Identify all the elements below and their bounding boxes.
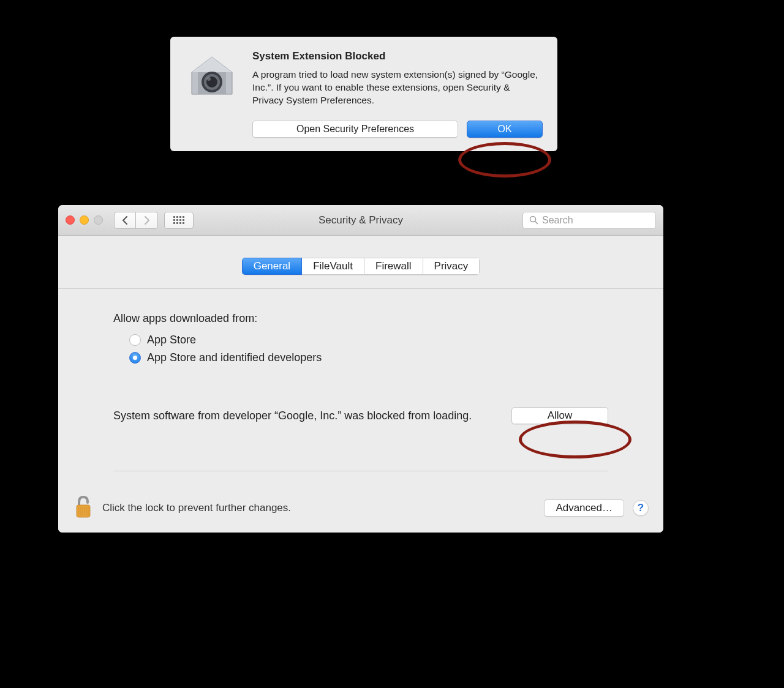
radio-app-store[interactable]: App Store xyxy=(129,334,608,346)
svg-point-6 xyxy=(207,77,211,81)
search-input[interactable]: Search xyxy=(522,212,656,229)
ok-button-label: OK xyxy=(497,124,511,135)
svg-line-8 xyxy=(535,222,538,224)
window-title: Security & Privacy xyxy=(318,214,403,226)
close-window-button[interactable] xyxy=(66,215,75,225)
allow-apps-label: Allow apps downloaded from: xyxy=(113,312,608,325)
alert-title: System Extension Blocked xyxy=(252,50,543,62)
blocked-software-text: System software from developer “Google, … xyxy=(113,408,497,423)
tab-filevault[interactable]: FileVault xyxy=(302,258,364,275)
zoom-window-button[interactable] xyxy=(94,215,103,225)
radio-icon-checked xyxy=(129,352,141,364)
svg-marker-1 xyxy=(192,57,232,72)
tab-bar: General FileVault Firewall Privacy xyxy=(242,258,480,275)
radio-identified-label: App Store and identified developers xyxy=(147,351,322,364)
search-icon xyxy=(529,215,538,225)
advanced-button[interactable]: Advanced… xyxy=(544,499,624,517)
search-placeholder: Search xyxy=(542,215,573,226)
help-icon: ? xyxy=(638,502,644,514)
lock-hint-text: Click the lock to prevent further change… xyxy=(102,502,291,514)
allow-button-label: Allow xyxy=(548,409,573,422)
open-security-preferences-label: Open Security Preferences xyxy=(296,124,414,135)
svg-rect-9 xyxy=(77,505,90,517)
ok-button[interactable]: OK xyxy=(467,121,543,138)
radio-identified-developers[interactable]: App Store and identified developers xyxy=(129,351,608,364)
radio-icon xyxy=(129,334,141,346)
open-security-preferences-button[interactable]: Open Security Preferences xyxy=(252,121,458,138)
tab-general[interactable]: General xyxy=(242,258,302,275)
radio-app-store-label: App Store xyxy=(147,334,196,346)
show-all-button[interactable] xyxy=(164,212,194,229)
minimize-window-button[interactable] xyxy=(80,215,89,225)
tab-firewall[interactable]: Firewall xyxy=(364,258,423,275)
gatekeeper-icon xyxy=(185,50,239,138)
grid-icon xyxy=(173,216,184,224)
security-privacy-window: Security & Privacy Search General FileVa… xyxy=(58,205,663,533)
help-button[interactable]: ? xyxy=(633,500,649,516)
system-extension-blocked-dialog: System Extension Blocked A program tried… xyxy=(170,37,557,151)
tab-privacy[interactable]: Privacy xyxy=(423,258,480,275)
allow-button[interactable]: Allow xyxy=(511,407,608,424)
advanced-button-label: Advanced… xyxy=(556,502,612,514)
window-titlebar: Security & Privacy Search xyxy=(58,205,663,236)
back-button[interactable] xyxy=(114,212,136,229)
divider xyxy=(113,471,608,471)
forward-button[interactable] xyxy=(136,212,158,229)
lock-icon[interactable] xyxy=(73,495,94,522)
alert-body-text: A program tried to load new system exten… xyxy=(252,69,543,107)
